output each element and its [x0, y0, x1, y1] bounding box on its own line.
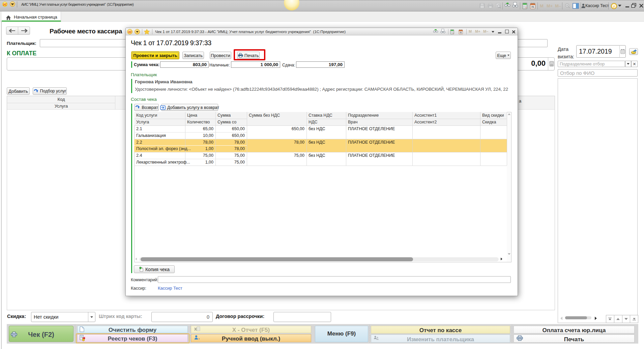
svg-text:31: 31 — [459, 31, 462, 34]
svg-text:31: 31 — [531, 5, 534, 8]
